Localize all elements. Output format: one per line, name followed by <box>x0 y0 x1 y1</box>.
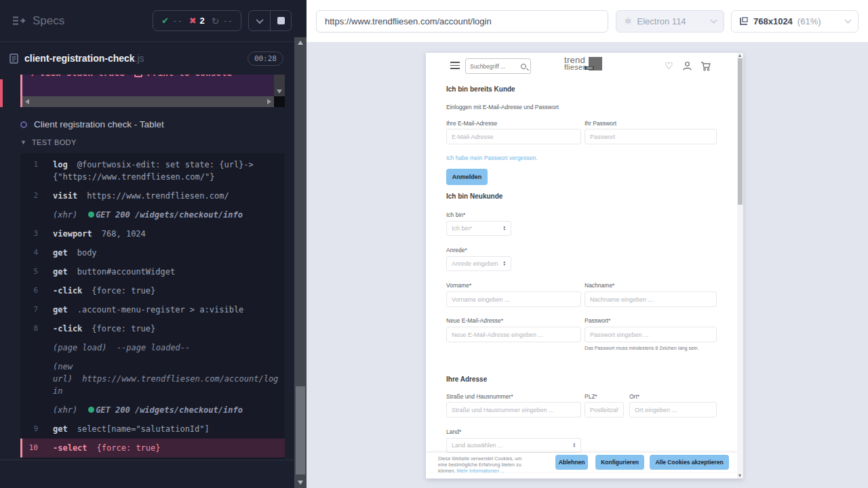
land-select[interactable]: Land auswählen ... ▲▼ <box>446 438 581 453</box>
url-input[interactable] <box>325 16 599 26</box>
command-row[interactable]: (page load) --page loaded-- <box>20 338 285 357</box>
command-body: getbody <box>53 247 279 259</box>
command-row[interactable]: 2visithttps://www.trendfliesen.com/ <box>20 186 285 205</box>
reporter-header: Specs ✔-- ✖2 ↻-- <box>0 0 294 42</box>
select-arrows-icon: ▲▼ <box>503 226 506 231</box>
select-arrows-icon: ▲▼ <box>503 261 506 266</box>
ort-label: Ort* <box>629 393 639 400</box>
new-email-field[interactable] <box>446 327 581 342</box>
test-reporter-panel: Specs ✔-- ✖2 ↻-- client-registration-che… <box>0 0 294 488</box>
logo-badge: .com <box>585 66 594 70</box>
email-label: Ihre E-Mail-Adresse <box>446 120 497 127</box>
command-number <box>20 361 53 397</box>
forgot-password-link[interactable]: Ich habe mein Passwort vergessen. <box>446 155 538 161</box>
land-label: Land* <box>446 428 461 435</box>
new-email-label: Neue E-Mail-Adresse* <box>446 317 503 324</box>
cookie-configure-button[interactable]: Konfigurieren <box>595 455 644 470</box>
print-to-console-link[interactable]: Print to console <box>134 75 232 78</box>
command-row[interactable]: (xhr)GET 200 /widgets/checkout/info <box>20 205 285 224</box>
site-scrollbar-thumb[interactable] <box>738 58 743 205</box>
command-body: -click{force: true} <box>53 323 279 335</box>
command-row[interactable]: 3viewport768, 1024 <box>20 224 285 243</box>
command-row[interactable]: (xhr)GET 200 /widgets/checkout/info <box>20 401 285 420</box>
browser-preview: ⚛ Electron 114 768x1024 (61%) <box>307 0 868 488</box>
password-field[interactable] <box>585 129 717 144</box>
search-icon[interactable] <box>521 64 526 69</box>
caret-down-icon: ▼ <box>20 139 26 146</box>
cookie-more-info-link[interactable]: Mehr Informationen ... <box>457 468 505 474</box>
site-search-input[interactable] <box>470 63 517 70</box>
viewport-selector[interactable]: 768x1024 (61%) <box>731 10 859 33</box>
test-body-section-header[interactable]: ▼ TEST BODY <box>20 138 77 146</box>
command-meta: (page load) --page loaded-- <box>53 343 190 352</box>
command-name: log <box>53 160 68 169</box>
command-number <box>20 209 53 221</box>
view-stack-trace-link[interactable]: ❯View stack trace <box>31 75 125 78</box>
street-label: Straße und Hausnummer* <box>446 393 513 400</box>
specs-title[interactable]: Specs <box>33 14 64 28</box>
url-bar[interactable] <box>316 10 608 33</box>
command-body: get.account-menu-register > a:visible <box>53 304 279 316</box>
error-panel: ❯View stack trace Print to console <box>20 75 285 107</box>
street-field[interactable] <box>446 402 581 418</box>
command-args: select[name="salutationId"] <box>77 424 210 434</box>
command-args: .account-menu-register > a:visible <box>77 305 244 314</box>
stat-failed: ✖2 <box>189 16 205 26</box>
account-user-icon[interactable] <box>682 61 692 71</box>
command-row[interactable]: 8-click{force: true} <box>20 319 285 338</box>
error-vertical-scrollbar[interactable] <box>274 75 285 96</box>
command-row[interactable]: 6-click{force: true} <box>20 281 285 300</box>
command-row-failed[interactable]: 10-select{force: true} <box>20 439 285 458</box>
command-row[interactable]: 4getbody <box>20 243 285 262</box>
spec-file-row[interactable]: client-registration-check.js 00:28 <box>0 43 294 73</box>
browser-selector[interactable]: ⚛ Electron 114 <box>616 10 724 33</box>
scrollbar-corner <box>274 96 285 107</box>
command-row[interactable]: 5getbutton#accountWidget <box>20 262 285 281</box>
register-heading: Ich bin Neukunde <box>446 192 502 200</box>
plz-field[interactable] <box>585 402 624 418</box>
login-submit-button[interactable]: Anmelden <box>446 169 488 185</box>
scroll-down-icon <box>738 474 741 477</box>
cookie-accept-button[interactable]: Alle Cookies akzeptieren <box>650 455 729 470</box>
command-log: 1log@fourtwosix-edit: set state: {url}->… <box>20 153 285 460</box>
command-body: log@fourtwosix-edit: set state: {url}-> … <box>53 159 279 183</box>
anrede-select[interactable]: Anrede eingeben ... ▲▼ <box>446 256 511 271</box>
stop-button[interactable] <box>270 11 291 30</box>
command-row[interactable]: 7get.account-menu-register > a:visible <box>20 300 285 319</box>
ort-field[interactable] <box>629 402 717 418</box>
email-field[interactable] <box>446 129 581 144</box>
ichbin-label: Ich bin* <box>446 211 465 218</box>
test-title-row[interactable]: Client registration check - Tablet <box>20 119 164 129</box>
chevron-down-icon <box>845 17 852 24</box>
new-password-field[interactable] <box>585 327 717 342</box>
cookie-decline-button[interactable]: Ablehnen <box>555 455 588 470</box>
command-row[interactable]: (new url) https://www.trendfliesen.com/a… <box>20 357 285 401</box>
scroll-right-icon <box>267 99 271 104</box>
chevron-down-icon <box>256 16 263 23</box>
wishlist-heart-icon[interactable]: ♡ <box>665 61 673 70</box>
error-panel-body: ❯View stack trace Print to console <box>22 75 274 96</box>
specs-menu-icon[interactable] <box>12 16 26 26</box>
site-scrollbar[interactable] <box>737 53 743 479</box>
reporter-scrollbar-thumb[interactable] <box>296 386 305 474</box>
command-row[interactable]: 1log@fourtwosix-edit: set state: {url}->… <box>20 155 285 186</box>
new-password-label: Passwort* <box>585 317 610 324</box>
reporter-scrollbar-track[interactable] <box>294 37 307 488</box>
ichbin-select[interactable]: Ich bin* ▲▼ <box>446 221 511 236</box>
site-search-box[interactable] <box>465 58 531 74</box>
nachname-field[interactable] <box>585 291 717 307</box>
command-args: {force: true} <box>92 286 155 296</box>
xhr-method: GET 200 /widgets/checkout/info <box>96 210 243 220</box>
command-row[interactable]: 9getselect[name="salutationId"] <box>20 420 285 439</box>
collapse-button[interactable] <box>249 11 270 30</box>
hamburger-menu-icon[interactable] <box>450 62 460 71</box>
test-stats[interactable]: ✔-- ✖2 ↻-- <box>153 10 241 31</box>
command-name: get <box>53 267 68 277</box>
error-horizontal-scrollbar[interactable] <box>22 96 274 107</box>
site-logo[interactable]: trend fliesen .com <box>564 57 602 70</box>
scroll-up-icon <box>298 41 303 45</box>
command-body: viewport768, 1024 <box>53 228 279 240</box>
cart-icon[interactable] <box>701 61 711 71</box>
vorname-field[interactable] <box>446 291 581 307</box>
anrede-label: Anrede* <box>446 247 467 253</box>
